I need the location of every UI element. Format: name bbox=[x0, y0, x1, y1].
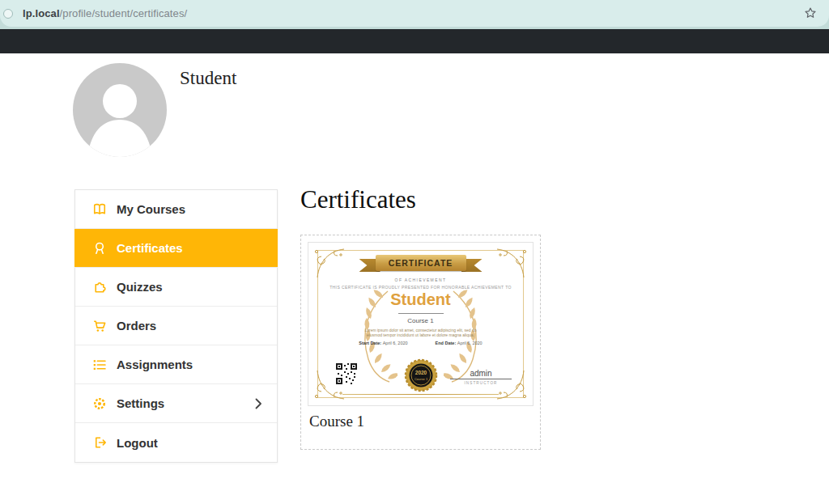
recipient-underline bbox=[398, 313, 444, 314]
screen: lp.local/profile/student/certificates/ S… bbox=[0, 0, 829, 504]
bookmark-star-icon[interactable] bbox=[803, 6, 818, 20]
bottom-flourish-line bbox=[342, 394, 499, 395]
sidebar-item-label: My Courses bbox=[117, 202, 185, 216]
list-icon bbox=[92, 358, 107, 372]
sidebar-item-my-courses[interactable]: My Courses bbox=[75, 190, 277, 229]
sidebar-item-logout[interactable]: Logout bbox=[75, 423, 277, 462]
sidebar-item-label: Settings bbox=[117, 396, 164, 410]
signature-role: INSTRUCTOR bbox=[450, 381, 512, 385]
sidebar-item-label: Quizzes bbox=[117, 280, 163, 294]
certificate-preview[interactable]: CERTIFICATE OF ACHIEVEMENT THIS CERTIFIC… bbox=[308, 242, 534, 406]
end-date: End Date: April 6, 2020 bbox=[436, 341, 483, 345]
qr-code-icon bbox=[336, 363, 357, 384]
svg-text:Course 1: Course 1 bbox=[414, 377, 427, 381]
puzzle-icon bbox=[92, 280, 107, 294]
svg-text:2020: 2020 bbox=[414, 370, 427, 375]
page-title: Certificates bbox=[300, 184, 754, 215]
sidebar-item-label: Orders bbox=[117, 319, 156, 332]
sidebar-item-certificates[interactable]: Certificates bbox=[74, 229, 278, 268]
medal-icon bbox=[92, 241, 107, 256]
sidebar-item-quizzes[interactable]: Quizzes bbox=[75, 268, 277, 307]
avatar bbox=[73, 63, 167, 157]
sidebar-item-label: Certificates bbox=[117, 241, 183, 255]
sidebar-item-settings[interactable]: Settings bbox=[75, 384, 277, 423]
profile-display-name: Student bbox=[180, 68, 236, 89]
site-info-icon[interactable] bbox=[3, 9, 13, 19]
gear-icon bbox=[92, 396, 107, 411]
logout-icon bbox=[92, 435, 107, 450]
url-path: /profile/student/certificates/ bbox=[60, 7, 188, 19]
url-omnibox[interactable]: lp.local/profile/student/certificates/ bbox=[0, 0, 829, 27]
certificate-course-label: Course 1 bbox=[309, 413, 534, 430]
certificate-course: Course 1 bbox=[308, 317, 533, 324]
seal-icon: 2020 Course 1 bbox=[404, 358, 438, 392]
certificate-card: CERTIFICATE OF ACHIEVEMENT THIS CERTIFIC… bbox=[300, 235, 541, 450]
sidebar-item-label: Logout bbox=[117, 436, 158, 450]
certificate-title: CERTIFICATE bbox=[389, 258, 453, 268]
main-content: Certificates bbox=[300, 184, 754, 450]
sidebar-item-assignments[interactable]: Assignments bbox=[75, 345, 277, 384]
certificate-dates: Start Date: April 6, 2020 End Date: Apri… bbox=[308, 341, 533, 345]
certificate-description: Lorem ipsum dolor sit amet, consectetur … bbox=[359, 328, 483, 337]
sidebar-item-label: Assignments bbox=[117, 358, 193, 371]
sidebar-item-orders[interactable]: Orders bbox=[75, 307, 277, 345]
chevron-right-icon bbox=[255, 398, 262, 409]
corner-ornament-icon bbox=[313, 247, 346, 279]
corner-ornament-icon bbox=[495, 247, 528, 279]
url-text[interactable]: lp.local/profile/student/certificates/ bbox=[23, 7, 187, 19]
admin-bar bbox=[0, 29, 829, 53]
certificate-subtitle: OF ACHIEVEMENT bbox=[308, 277, 533, 282]
signature-block: admin INSTRUCTOR bbox=[450, 369, 512, 385]
start-date: Start Date: April 6, 2020 bbox=[359, 341, 407, 345]
cart-icon bbox=[92, 319, 107, 333]
certificate-ribbon: CERTIFICATE bbox=[376, 255, 466, 271]
book-icon bbox=[92, 202, 107, 217]
url-host: lp.local bbox=[23, 7, 60, 19]
ribbon-band: CERTIFICATE bbox=[376, 255, 466, 271]
signature-name: admin bbox=[450, 369, 512, 379]
certificate-recipient: Student bbox=[308, 290, 533, 309]
browser-address-bar: lp.local/profile/student/certificates/ bbox=[0, 0, 829, 29]
certificate-presented-line: THIS CERTIFICATE IS PROUDLY PRESENTED FO… bbox=[308, 285, 533, 290]
profile-sidebar: My Courses Certificates Quizzes Orders bbox=[74, 189, 278, 463]
